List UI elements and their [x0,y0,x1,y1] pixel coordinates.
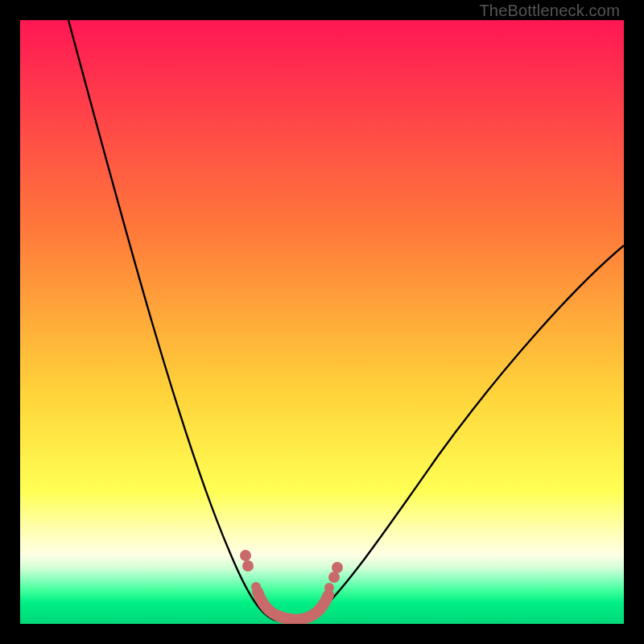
valley-thick-band [258,592,328,620]
bottleneck-curve [20,20,624,624]
watermark-text: TheBottleneck.com [479,2,620,20]
svg-point-3 [251,582,261,592]
curve-left-branch [68,20,274,620]
valley-markers [240,550,343,592]
svg-point-6 [332,562,343,573]
svg-point-4 [324,583,334,592]
svg-point-2 [242,560,254,572]
svg-point-1 [240,550,251,561]
chart-frame [20,20,624,624]
svg-point-5 [328,572,340,583]
curve-right-branch [310,246,624,620]
